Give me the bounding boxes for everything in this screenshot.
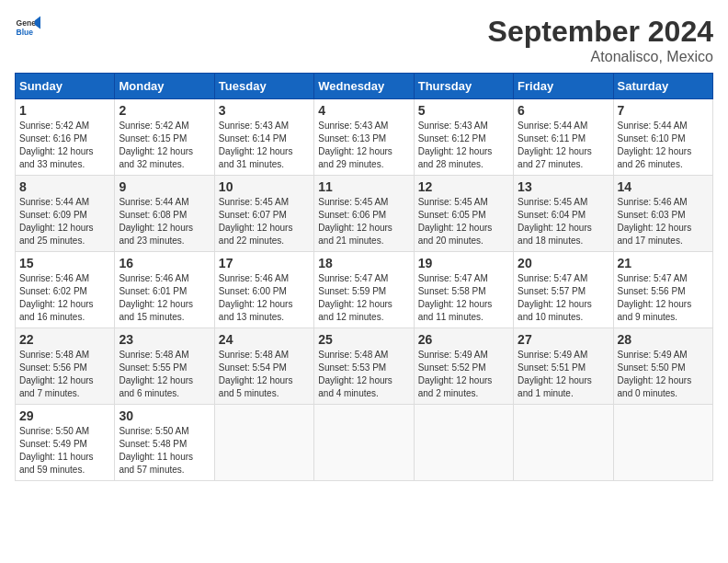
day-info: Sunrise: 5:46 AMSunset: 6:00 PMDaylight:… — [219, 273, 293, 322]
calendar-week-row: 15Sunrise: 5:46 AMSunset: 6:02 PMDayligh… — [16, 252, 713, 328]
day-number: 9 — [119, 179, 210, 194]
day-number: 27 — [518, 332, 609, 347]
day-info: Sunrise: 5:45 AMSunset: 6:06 PMDaylight:… — [318, 197, 392, 246]
day-number: 6 — [518, 103, 609, 118]
svg-text:Blue: Blue — [17, 28, 34, 37]
month-title: September 2024 — [488, 15, 713, 49]
day-number: 29 — [19, 408, 110, 423]
day-number: 13 — [518, 179, 609, 194]
table-row: 6Sunrise: 5:44 AMSunset: 6:11 PMDaylight… — [514, 99, 613, 176]
col-monday: Monday — [115, 74, 214, 99]
day-number: 18 — [318, 256, 409, 270]
table-row: 29Sunrise: 5:50 AMSunset: 5:49 PMDayligh… — [16, 405, 115, 481]
day-number: 16 — [119, 256, 210, 270]
table-row: 24Sunrise: 5:48 AMSunset: 5:54 PMDayligh… — [214, 328, 313, 405]
header: General Blue September 2024 Atonalisco, … — [15, 15, 713, 65]
table-row: 18Sunrise: 5:47 AMSunset: 5:59 PMDayligh… — [314, 252, 414, 328]
calendar-table: Sunday Monday Tuesday Wednesday Thursday… — [15, 73, 713, 481]
table-row: 11Sunrise: 5:45 AMSunset: 6:06 PMDayligh… — [314, 176, 414, 252]
day-number: 3 — [219, 103, 310, 118]
table-row: 19Sunrise: 5:47 AMSunset: 5:58 PMDayligh… — [414, 252, 513, 328]
table-row — [613, 405, 712, 481]
day-info: Sunrise: 5:49 AMSunset: 5:52 PMDaylight:… — [418, 350, 493, 398]
day-number: 15 — [19, 256, 110, 270]
table-row: 5Sunrise: 5:43 AMSunset: 6:12 PMDaylight… — [414, 99, 513, 176]
day-info: Sunrise: 5:46 AMSunset: 6:02 PMDaylight:… — [19, 273, 94, 322]
table-row: 9Sunrise: 5:44 AMSunset: 6:08 PMDaylight… — [115, 176, 214, 252]
day-info: Sunrise: 5:42 AMSunset: 6:16 PMDaylight:… — [19, 121, 94, 169]
day-info: Sunrise: 5:44 AMSunset: 6:11 PMDaylight:… — [518, 121, 592, 169]
day-number: 10 — [219, 179, 310, 194]
day-info: Sunrise: 5:49 AMSunset: 5:51 PMDaylight:… — [518, 350, 592, 398]
calendar-week-row: 29Sunrise: 5:50 AMSunset: 5:49 PMDayligh… — [16, 405, 713, 481]
col-sunday: Sunday — [16, 74, 115, 99]
logo: General Blue — [15, 15, 40, 40]
table-row: 2Sunrise: 5:42 AMSunset: 6:15 PMDaylight… — [115, 99, 214, 176]
day-number: 28 — [618, 332, 709, 347]
col-tuesday: Tuesday — [214, 74, 313, 99]
day-number: 5 — [418, 103, 509, 118]
day-info: Sunrise: 5:43 AMSunset: 6:14 PMDaylight:… — [219, 121, 293, 169]
day-info: Sunrise: 5:43 AMSunset: 6:12 PMDaylight:… — [418, 121, 493, 169]
table-row: 14Sunrise: 5:46 AMSunset: 6:03 PMDayligh… — [613, 176, 712, 252]
day-number: 2 — [119, 103, 210, 118]
day-info: Sunrise: 5:48 AMSunset: 5:54 PMDaylight:… — [219, 350, 293, 398]
day-info: Sunrise: 5:48 AMSunset: 5:53 PMDaylight:… — [318, 350, 392, 398]
day-info: Sunrise: 5:44 AMSunset: 6:10 PMDaylight:… — [618, 121, 692, 169]
table-row — [214, 405, 313, 481]
day-info: Sunrise: 5:50 AMSunset: 5:49 PMDaylight:… — [19, 426, 94, 475]
day-number: 11 — [318, 179, 409, 194]
day-number: 24 — [219, 332, 310, 347]
day-info: Sunrise: 5:47 AMSunset: 5:57 PMDaylight:… — [518, 273, 592, 322]
table-row — [414, 405, 513, 481]
day-info: Sunrise: 5:45 AMSunset: 6:07 PMDaylight:… — [219, 197, 293, 246]
day-number: 7 — [618, 103, 709, 118]
table-row: 13Sunrise: 5:45 AMSunset: 6:04 PMDayligh… — [514, 176, 613, 252]
day-number: 8 — [19, 179, 110, 194]
day-info: Sunrise: 5:45 AMSunset: 6:04 PMDaylight:… — [518, 197, 592, 246]
table-row: 4Sunrise: 5:43 AMSunset: 6:13 PMDaylight… — [314, 99, 414, 176]
day-number: 12 — [418, 179, 509, 194]
day-info: Sunrise: 5:47 AMSunset: 5:59 PMDaylight:… — [318, 273, 392, 322]
table-row — [514, 405, 613, 481]
table-row: 20Sunrise: 5:47 AMSunset: 5:57 PMDayligh… — [514, 252, 613, 328]
day-number: 1 — [19, 103, 110, 118]
day-number: 30 — [119, 408, 210, 423]
day-info: Sunrise: 5:47 AMSunset: 5:58 PMDaylight:… — [418, 273, 493, 322]
table-row: 15Sunrise: 5:46 AMSunset: 6:02 PMDayligh… — [16, 252, 115, 328]
table-row: 8Sunrise: 5:44 AMSunset: 6:09 PMDaylight… — [16, 176, 115, 252]
table-row: 16Sunrise: 5:46 AMSunset: 6:01 PMDayligh… — [115, 252, 214, 328]
day-info: Sunrise: 5:46 AMSunset: 6:01 PMDaylight:… — [119, 273, 193, 322]
day-info: Sunrise: 5:44 AMSunset: 6:08 PMDaylight:… — [119, 197, 193, 246]
col-friday: Friday — [514, 74, 613, 99]
table-row: 7Sunrise: 5:44 AMSunset: 6:10 PMDaylight… — [613, 99, 712, 176]
day-number: 19 — [418, 256, 509, 270]
table-row: 1Sunrise: 5:42 AMSunset: 6:16 PMDaylight… — [16, 99, 115, 176]
table-row: 10Sunrise: 5:45 AMSunset: 6:07 PMDayligh… — [214, 176, 313, 252]
table-row: 12Sunrise: 5:45 AMSunset: 6:05 PMDayligh… — [414, 176, 513, 252]
day-number: 14 — [618, 179, 709, 194]
day-number: 20 — [518, 256, 609, 270]
day-number: 22 — [19, 332, 110, 347]
table-row: 27Sunrise: 5:49 AMSunset: 5:51 PMDayligh… — [514, 328, 613, 405]
day-info: Sunrise: 5:48 AMSunset: 5:56 PMDaylight:… — [19, 350, 94, 398]
table-row: 17Sunrise: 5:46 AMSunset: 6:00 PMDayligh… — [214, 252, 313, 328]
calendar-week-row: 22Sunrise: 5:48 AMSunset: 5:56 PMDayligh… — [16, 328, 713, 405]
table-row — [314, 405, 414, 481]
day-number: 4 — [318, 103, 409, 118]
location-title: Atonalisco, Mexico — [488, 49, 713, 65]
table-row: 30Sunrise: 5:50 AMSunset: 5:48 PMDayligh… — [115, 405, 214, 481]
table-row: 26Sunrise: 5:49 AMSunset: 5:52 PMDayligh… — [414, 328, 513, 405]
day-info: Sunrise: 5:50 AMSunset: 5:48 PMDaylight:… — [119, 426, 193, 475]
day-number: 23 — [119, 332, 210, 347]
day-number: 17 — [219, 256, 310, 270]
day-info: Sunrise: 5:42 AMSunset: 6:15 PMDaylight:… — [119, 121, 193, 169]
day-number: 21 — [618, 256, 709, 270]
day-info: Sunrise: 5:46 AMSunset: 6:03 PMDaylight:… — [618, 197, 692, 246]
title-area: September 2024 Atonalisco, Mexico — [488, 15, 713, 65]
day-info: Sunrise: 5:47 AMSunset: 5:56 PMDaylight:… — [618, 273, 692, 322]
day-number: 25 — [318, 332, 409, 347]
table-row: 25Sunrise: 5:48 AMSunset: 5:53 PMDayligh… — [314, 328, 414, 405]
table-row: 21Sunrise: 5:47 AMSunset: 5:56 PMDayligh… — [613, 252, 712, 328]
col-thursday: Thursday — [414, 74, 513, 99]
